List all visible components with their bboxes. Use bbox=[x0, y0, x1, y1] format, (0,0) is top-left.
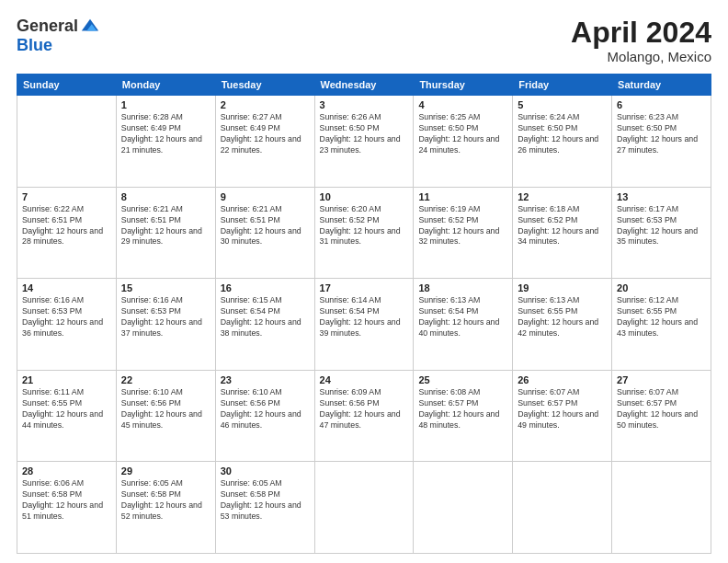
day-number: 17 bbox=[320, 282, 409, 293]
day-number: 10 bbox=[320, 191, 409, 202]
day-info: Sunrise: 6:05 AMSunset: 6:58 PMDaylight:… bbox=[221, 478, 310, 523]
day-info: Sunrise: 6:12 AMSunset: 6:55 PMDaylight:… bbox=[617, 295, 706, 339]
calendar-day-cell: 28Sunrise: 6:06 AMSunset: 6:58 PMDayligh… bbox=[17, 462, 117, 554]
calendar-day-cell bbox=[612, 462, 711, 554]
day-info: Sunrise: 6:07 AMSunset: 6:57 PMDaylight:… bbox=[518, 387, 607, 431]
calendar: SundayMondayTuesdayWednesdayThursdayFrid… bbox=[17, 74, 711, 554]
day-info: Sunrise: 6:26 AMSunset: 6:50 PMDaylight:… bbox=[320, 112, 409, 156]
day-info: Sunrise: 6:21 AMSunset: 6:51 PMDaylight:… bbox=[121, 204, 210, 248]
calendar-day-cell: 10Sunrise: 6:20 AMSunset: 6:52 PMDayligh… bbox=[314, 187, 414, 279]
calendar-day-cell: 2Sunrise: 6:27 AMSunset: 6:49 PMDaylight… bbox=[215, 96, 314, 188]
day-info: Sunrise: 6:27 AMSunset: 6:49 PMDaylight:… bbox=[221, 112, 310, 156]
calendar-day-cell: 5Sunrise: 6:24 AMSunset: 6:50 PMDaylight… bbox=[513, 96, 612, 188]
day-number: 27 bbox=[617, 374, 706, 385]
calendar-day-cell: 3Sunrise: 6:26 AMSunset: 6:50 PMDaylight… bbox=[314, 96, 414, 188]
day-number: 7 bbox=[22, 191, 111, 202]
calendar-day-cell: 6Sunrise: 6:23 AMSunset: 6:50 PMDaylight… bbox=[612, 96, 711, 188]
month-title: April 2024 bbox=[571, 17, 711, 49]
logo-general-text: General bbox=[17, 17, 78, 36]
weekday-header-cell: Sunday bbox=[17, 75, 117, 96]
day-info: Sunrise: 6:10 AMSunset: 6:56 PMDaylight:… bbox=[121, 387, 210, 431]
day-number: 11 bbox=[418, 191, 507, 202]
day-info: Sunrise: 6:09 AMSunset: 6:56 PMDaylight:… bbox=[320, 387, 409, 431]
day-number: 21 bbox=[22, 374, 111, 385]
calendar-day-cell: 30Sunrise: 6:05 AMSunset: 6:58 PMDayligh… bbox=[215, 462, 314, 554]
logo: General Blue bbox=[17, 17, 100, 55]
calendar-week-row: 7Sunrise: 6:22 AMSunset: 6:51 PMDaylight… bbox=[17, 187, 711, 279]
day-info: Sunrise: 6:07 AMSunset: 6:57 PMDaylight:… bbox=[617, 387, 706, 431]
header: General Blue April 2024 Molango, Mexico bbox=[17, 17, 711, 64]
weekday-header-cell: Tuesday bbox=[215, 75, 314, 96]
day-info: Sunrise: 6:19 AMSunset: 6:52 PMDaylight:… bbox=[418, 204, 507, 248]
day-info: Sunrise: 6:13 AMSunset: 6:54 PMDaylight:… bbox=[418, 295, 507, 339]
calendar-day-cell: 11Sunrise: 6:19 AMSunset: 6:52 PMDayligh… bbox=[414, 187, 513, 279]
day-number: 1 bbox=[121, 99, 210, 110]
day-number: 29 bbox=[121, 465, 210, 477]
day-info: Sunrise: 6:20 AMSunset: 6:52 PMDaylight:… bbox=[320, 204, 409, 248]
day-info: Sunrise: 6:24 AMSunset: 6:50 PMDaylight:… bbox=[518, 112, 607, 156]
weekday-header-cell: Monday bbox=[116, 75, 215, 96]
weekday-header-row: SundayMondayTuesdayWednesdayThursdayFrid… bbox=[17, 75, 711, 96]
calendar-day-cell: 20Sunrise: 6:12 AMSunset: 6:55 PMDayligh… bbox=[612, 279, 711, 371]
day-number: 30 bbox=[221, 465, 310, 477]
calendar-day-cell: 19Sunrise: 6:13 AMSunset: 6:55 PMDayligh… bbox=[513, 279, 612, 371]
day-number: 18 bbox=[418, 282, 507, 293]
day-number: 19 bbox=[518, 282, 607, 293]
weekday-header-cell: Wednesday bbox=[314, 75, 414, 96]
day-number: 15 bbox=[121, 282, 210, 293]
calendar-week-row: 14Sunrise: 6:16 AMSunset: 6:53 PMDayligh… bbox=[17, 279, 711, 371]
day-info: Sunrise: 6:15 AMSunset: 6:54 PMDaylight:… bbox=[221, 295, 310, 339]
day-number: 2 bbox=[221, 99, 310, 110]
calendar-day-cell: 25Sunrise: 6:08 AMSunset: 6:57 PMDayligh… bbox=[414, 370, 513, 462]
title-block: April 2024 Molango, Mexico bbox=[571, 17, 711, 64]
day-info: Sunrise: 6:23 AMSunset: 6:50 PMDaylight:… bbox=[617, 112, 706, 156]
calendar-day-cell: 13Sunrise: 6:17 AMSunset: 6:53 PMDayligh… bbox=[612, 187, 711, 279]
day-info: Sunrise: 6:21 AMSunset: 6:51 PMDaylight:… bbox=[221, 204, 310, 248]
location-title: Molango, Mexico bbox=[571, 49, 711, 64]
day-info: Sunrise: 6:08 AMSunset: 6:57 PMDaylight:… bbox=[418, 387, 507, 431]
day-number: 28 bbox=[22, 465, 111, 477]
day-info: Sunrise: 6:11 AMSunset: 6:55 PMDaylight:… bbox=[22, 387, 111, 431]
day-info: Sunrise: 6:16 AMSunset: 6:53 PMDaylight:… bbox=[22, 295, 111, 339]
day-number: 8 bbox=[121, 191, 210, 202]
day-number: 25 bbox=[418, 374, 507, 385]
day-number: 24 bbox=[320, 374, 409, 385]
calendar-day-cell: 26Sunrise: 6:07 AMSunset: 6:57 PMDayligh… bbox=[513, 370, 612, 462]
day-info: Sunrise: 6:05 AMSunset: 6:58 PMDaylight:… bbox=[121, 478, 210, 523]
day-number: 16 bbox=[221, 282, 310, 293]
day-number: 23 bbox=[221, 374, 310, 385]
day-info: Sunrise: 6:13 AMSunset: 6:55 PMDaylight:… bbox=[518, 295, 607, 339]
day-number: 6 bbox=[617, 99, 706, 110]
day-info: Sunrise: 6:14 AMSunset: 6:54 PMDaylight:… bbox=[320, 295, 409, 339]
day-info: Sunrise: 6:17 AMSunset: 6:53 PMDaylight:… bbox=[617, 204, 706, 248]
calendar-day-cell: 1Sunrise: 6:28 AMSunset: 6:49 PMDaylight… bbox=[116, 96, 215, 188]
day-number: 5 bbox=[518, 99, 607, 110]
weekday-header-cell: Thursday bbox=[414, 75, 513, 96]
calendar-day-cell: 23Sunrise: 6:10 AMSunset: 6:56 PMDayligh… bbox=[215, 370, 314, 462]
calendar-week-row: 21Sunrise: 6:11 AMSunset: 6:55 PMDayligh… bbox=[17, 370, 711, 462]
calendar-day-cell: 18Sunrise: 6:13 AMSunset: 6:54 PMDayligh… bbox=[414, 279, 513, 371]
calendar-day-cell: 17Sunrise: 6:14 AMSunset: 6:54 PMDayligh… bbox=[314, 279, 414, 371]
calendar-day-cell bbox=[17, 96, 117, 188]
logo-icon bbox=[80, 16, 100, 36]
calendar-day-cell: 24Sunrise: 6:09 AMSunset: 6:56 PMDayligh… bbox=[314, 370, 414, 462]
calendar-day-cell bbox=[314, 462, 414, 554]
calendar-day-cell: 12Sunrise: 6:18 AMSunset: 6:52 PMDayligh… bbox=[513, 187, 612, 279]
day-number: 4 bbox=[418, 99, 507, 110]
logo-blue-text: Blue bbox=[17, 36, 52, 55]
day-info: Sunrise: 6:16 AMSunset: 6:53 PMDaylight:… bbox=[121, 295, 210, 339]
calendar-day-cell: 29Sunrise: 6:05 AMSunset: 6:58 PMDayligh… bbox=[116, 462, 215, 554]
calendar-day-cell: 27Sunrise: 6:07 AMSunset: 6:57 PMDayligh… bbox=[612, 370, 711, 462]
calendar-day-cell: 15Sunrise: 6:16 AMSunset: 6:53 PMDayligh… bbox=[116, 279, 215, 371]
day-number: 26 bbox=[518, 374, 607, 385]
page: General Blue April 2024 Molango, Mexico … bbox=[0, 0, 728, 563]
day-number: 13 bbox=[617, 191, 706, 202]
calendar-day-cell: 8Sunrise: 6:21 AMSunset: 6:51 PMDaylight… bbox=[116, 187, 215, 279]
weekday-header-cell: Friday bbox=[513, 75, 612, 96]
calendar-body: 1Sunrise: 6:28 AMSunset: 6:49 PMDaylight… bbox=[17, 96, 711, 554]
day-number: 12 bbox=[518, 191, 607, 202]
day-info: Sunrise: 6:25 AMSunset: 6:50 PMDaylight:… bbox=[418, 112, 507, 156]
day-number: 14 bbox=[22, 282, 111, 293]
weekday-header-cell: Saturday bbox=[612, 75, 711, 96]
day-info: Sunrise: 6:22 AMSunset: 6:51 PMDaylight:… bbox=[22, 204, 111, 248]
